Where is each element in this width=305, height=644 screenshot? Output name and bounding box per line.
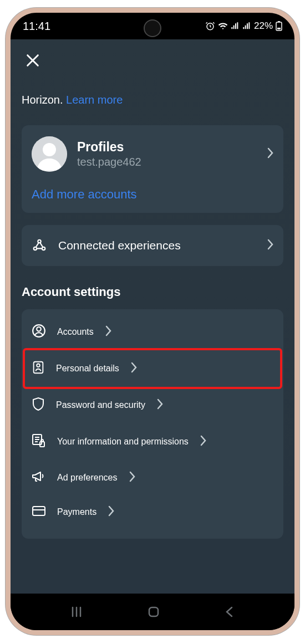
connected-experiences-row[interactable]: Connected experiences [22, 225, 283, 266]
chevron-right-icon [105, 325, 111, 339]
learn-more-link[interactable]: Learn more [66, 94, 123, 106]
front-camera [144, 19, 161, 37]
chevron-right-icon [200, 435, 206, 448]
profile-title: Profiles [77, 140, 257, 155]
nav-home-button[interactable] [147, 605, 160, 619]
profile-username: test.page462 [77, 156, 257, 168]
shield-icon [32, 397, 45, 413]
battery-icon [276, 21, 282, 31]
chevron-right-icon [156, 398, 163, 412]
svg-rect-16 [149, 607, 158, 616]
horizon-text-line: Horizon. Learn more [22, 94, 283, 106]
signal-icon-2 [242, 22, 251, 30]
connected-experiences-label: Connected experiences [58, 238, 256, 253]
screen-content: Horizon. Learn more Profiles test.page46… [11, 39, 294, 594]
connected-experiences-icon [32, 238, 47, 253]
svg-rect-2 [277, 28, 281, 29]
svg-point-5 [43, 143, 56, 156]
svg-rect-15 [33, 507, 45, 515]
account-settings-list: Accounts Personal details Password and [22, 309, 283, 539]
ad-preferences-label: Ad preferences [57, 473, 118, 483]
settings-row-accounts[interactable]: Accounts [32, 314, 273, 350]
account-settings-heading: Account settings [22, 285, 283, 299]
add-more-accounts-link[interactable]: Add more accounts [32, 187, 273, 202]
info-permissions-icon [32, 433, 46, 450]
megaphone-icon [32, 470, 46, 485]
close-icon [25, 53, 40, 68]
avatar-icon [32, 136, 67, 172]
nav-back-button[interactable] [225, 606, 235, 618]
settings-row-info-permissions[interactable]: Your information and permissions [32, 423, 273, 460]
accounts-label: Accounts [57, 327, 94, 337]
alarm-icon [205, 21, 215, 31]
chevron-right-icon [130, 362, 137, 375]
wifi-icon [218, 21, 228, 31]
settings-row-personal-details[interactable]: Personal details [25, 350, 280, 387]
personal-details-label: Personal details [56, 364, 119, 374]
android-nav-bar [11, 594, 294, 630]
settings-row-ad-preferences[interactable]: Ad preferences [32, 460, 273, 495]
password-security-label: Password and security [56, 400, 145, 410]
status-icons: 22% [205, 21, 282, 32]
horizon-label: Horizon. [22, 94, 63, 106]
personal-details-icon [32, 360, 45, 377]
profile-row[interactable]: Profiles test.page462 [32, 136, 273, 172]
accounts-icon [32, 324, 46, 340]
status-bar: 11:41 22% [11, 13, 294, 39]
profile-card: Profiles test.page462 Add more accounts [22, 125, 283, 213]
status-time: 11:41 [23, 20, 50, 33]
svg-point-12 [37, 364, 40, 367]
chevron-right-icon [129, 471, 135, 484]
signal-icon [231, 22, 240, 30]
credit-card-icon [32, 505, 46, 519]
settings-row-password-security[interactable]: Password and security [32, 387, 273, 423]
svg-rect-3 [278, 21, 280, 22]
avatar [32, 136, 67, 172]
chevron-right-icon [267, 147, 273, 161]
battery-percentage: 22% [254, 21, 273, 32]
chevron-right-icon [108, 505, 114, 519]
payments-label: Payments [57, 507, 96, 517]
close-button[interactable] [22, 49, 44, 71]
settings-row-payments[interactable]: Payments [32, 495, 273, 529]
phone-frame: 11:41 22% Horizon. [6, 8, 299, 635]
svg-point-10 [37, 327, 41, 331]
chevron-right-icon [267, 239, 273, 252]
nav-recents-button[interactable] [70, 606, 83, 618]
profile-text: Profiles test.page462 [77, 140, 257, 168]
info-permissions-label: Your information and permissions [57, 437, 189, 447]
